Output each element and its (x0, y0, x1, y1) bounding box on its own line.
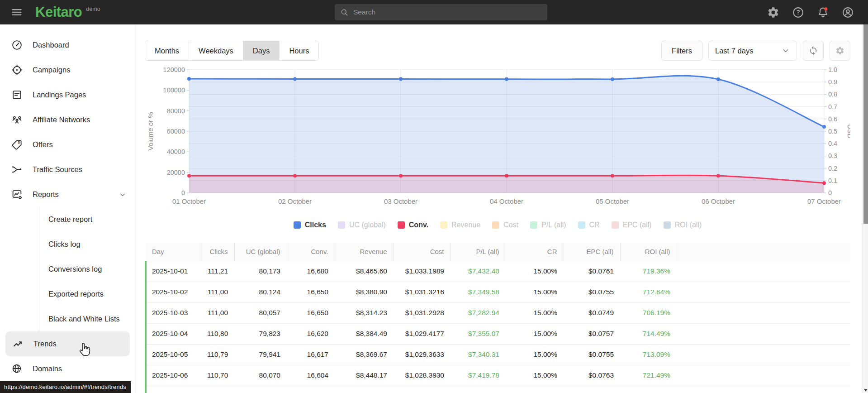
svg-text:0.8: 0.8 (828, 91, 837, 98)
sidebar-item-reports[interactable]: Reports (0, 182, 135, 207)
cell-cost: $1,033.1989 (394, 261, 451, 282)
tab-hours[interactable]: Hours (279, 41, 318, 60)
cell-epc-all: $0.0749 (564, 302, 620, 323)
cell-p-l-all: $7,419.78 (451, 365, 506, 386)
svg-text:0.5: 0.5 (828, 128, 837, 135)
global-search (335, 4, 547, 20)
table-row: 2025-10-0764,4041,4579,642$4,902.04$527.… (146, 386, 850, 393)
date-range-value: Last 7 days (715, 47, 753, 55)
brand-logo[interactable]: Keitaro (35, 5, 82, 20)
table-row: 2025-10-03111,0080,05716,650$8,314.23$1,… (146, 302, 850, 323)
cell-revenue: $4,902.04 (335, 386, 394, 393)
trends-icon (12, 338, 24, 350)
affiliate-icon (11, 114, 23, 126)
notifications-bell-icon[interactable] (816, 5, 830, 19)
main-content: MonthsWeekdaysDaysHours Filters Last 7 d… (136, 24, 863, 393)
cell-roi-all: 712.64% (620, 282, 677, 302)
legend-item-uc-global[interactable]: UC (global) (338, 221, 386, 229)
filters-button[interactable]: Filters (661, 41, 702, 61)
tab-months[interactable]: Months (145, 41, 189, 60)
user-avatar-icon[interactable] (841, 5, 854, 19)
cell-roi-all: 719.36% (620, 261, 677, 282)
settings-gear-icon[interactable] (766, 5, 780, 19)
cell-conv: 16,650 (287, 302, 335, 323)
tab-days[interactable]: Days (243, 41, 280, 60)
cell-filler (677, 302, 850, 323)
date-range-select[interactable]: Last 7 days (708, 41, 797, 61)
domains-icon (11, 363, 23, 375)
sidebar-item-conversions-log[interactable]: Conversions log (39, 257, 135, 282)
cell-cr: 15.00% (506, 344, 564, 365)
cell-uc-global: 80,070 (234, 365, 287, 386)
svg-text:100000: 100000 (163, 86, 185, 94)
cell-cost: $1,028.3930 (394, 365, 451, 386)
legend-item-cost[interactable]: Cost (492, 221, 518, 229)
cell-uc-global: 41,457 (234, 386, 287, 393)
cell-conv: 9,642 (287, 386, 335, 393)
tab-weekdays[interactable]: Weekdays (189, 41, 243, 60)
sidebar-item-campaigns[interactable]: Campaigns (0, 58, 135, 82)
column-header-epc-all: EPC (all) (564, 243, 620, 261)
cell-cr: 15.00% (506, 302, 564, 323)
legend-item-cr[interactable]: CR (578, 221, 600, 229)
cell-roi-all: 712.50% (620, 386, 677, 393)
cell-clicks: 111,00 (201, 302, 234, 323)
legend-item-clicks[interactable]: Clicks (294, 221, 326, 229)
cell-roi-all: 706.19% (620, 302, 677, 323)
dashboard-icon (11, 39, 23, 51)
legend-item-epc-all[interactable]: EPC (all) (612, 221, 652, 229)
offers-icon: $ (11, 139, 23, 151)
sidebar-item-exported-reports[interactable]: Exported reports (39, 282, 135, 307)
legend-swatch (530, 221, 537, 229)
refresh-button[interactable] (803, 41, 824, 61)
chart-settings-button[interactable] (830, 41, 850, 61)
sidebar-item-traffic-sources[interactable]: Traffic Sources (0, 157, 135, 182)
svg-text:80000: 80000 (167, 107, 185, 115)
cell-conv: 16,617 (287, 344, 335, 365)
cell-uc-global: 79,823 (234, 323, 287, 344)
legend-label: P/L (all) (541, 221, 566, 229)
cell-revenue: $8,369.67 (335, 344, 394, 365)
sidebar-item-offers[interactable]: $Offers (0, 132, 135, 157)
cell-p-l-all: $7,340.31 (451, 344, 506, 365)
trends-chart-svg: 02000040000600008000010000012000000.10.2… (145, 66, 850, 212)
sidebar-item-label: Trends (33, 340, 57, 348)
sidebar-item-black-and-white-lists[interactable]: Black and White Lists (39, 307, 135, 331)
scrollbar-down-arrow[interactable] (864, 389, 868, 392)
sidebar-item-dashboard[interactable]: Dashboard (0, 33, 135, 58)
search-input[interactable] (353, 8, 542, 16)
svg-text:40000: 40000 (167, 148, 185, 155)
cell-filler (677, 261, 850, 282)
sidebar-item-label: Reports (33, 190, 59, 199)
help-icon[interactable]: ? (791, 5, 805, 19)
cell-cost: $1,029.4177 (394, 323, 451, 344)
cell-clicks: 64,40 (201, 386, 234, 393)
svg-text:USD: USD (846, 124, 850, 139)
cell-cost: $527.2000 (394, 386, 451, 393)
scrollbar-thumb[interactable] (863, 24, 868, 224)
legend-item-roi-all[interactable]: ROI (all) (664, 221, 702, 229)
column-header-conv: Conv. (287, 243, 335, 261)
table-row: 2025-10-06110,7080,07016,604$8,448.17$1,… (146, 365, 850, 386)
legend-item-p-l-all[interactable]: P/L (all) (530, 221, 566, 229)
table-row: 2025-10-02111,0080,12416,650$8,380.90$1,… (146, 282, 850, 302)
sidebar-item-trends[interactable]: Trends (5, 331, 130, 356)
cell-filler (677, 386, 850, 393)
sidebar-item-landings-pages[interactable]: Landings Pages (0, 82, 135, 107)
legend-item-conv[interactable]: Conv. (398, 221, 428, 229)
cell-clicks: 111,00 (201, 282, 234, 302)
landings-icon (11, 89, 23, 101)
hamburger-menu-icon[interactable] (9, 5, 24, 20)
sidebar-item-clicks-log[interactable]: Clicks log (39, 232, 135, 257)
cell-p-l-all: $4,374.84 (451, 386, 506, 393)
cell-day: 2025-10-02 (146, 282, 201, 302)
legend-item-revenue[interactable]: Revenue (440, 221, 480, 229)
sidebar-item-create-report[interactable]: Create report (39, 207, 135, 232)
legend-swatch (612, 221, 619, 229)
sidebar-item-domains[interactable]: Domains (0, 356, 135, 381)
column-header-uc-global: UC (global) (234, 243, 287, 261)
cell-cr: 15.00% (506, 282, 564, 302)
sidebar-item-affiliate-networks[interactable]: Affiliate Networks (0, 107, 135, 132)
table-row: 2025-10-05110,7979,94116,617$8,369.67$1,… (146, 344, 850, 365)
cell-cost: $1,031.3216 (394, 282, 451, 302)
